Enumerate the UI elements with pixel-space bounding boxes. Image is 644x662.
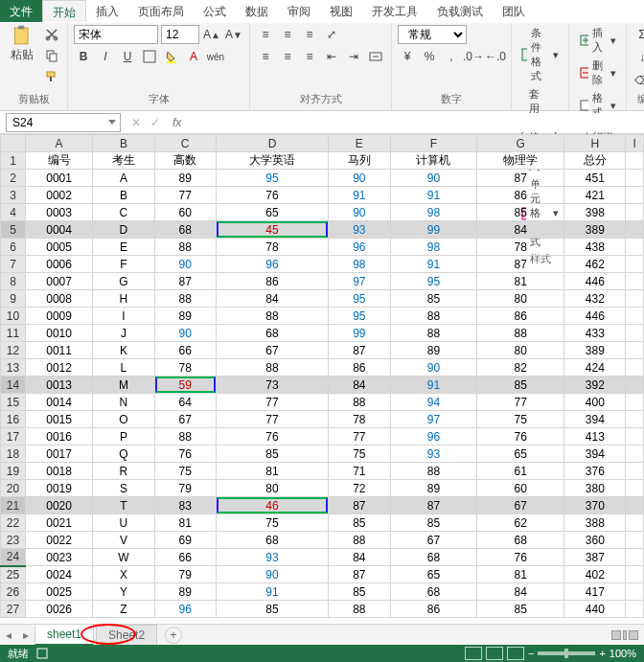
font-color-icon[interactable]: A xyxy=(184,47,203,66)
row-header[interactable]: 8 xyxy=(1,273,26,290)
underline-icon[interactable]: U xyxy=(118,47,137,66)
cell[interactable]: 0007 xyxy=(26,273,93,290)
row-header[interactable]: 19 xyxy=(1,463,26,480)
phonetic-icon[interactable]: wén xyxy=(206,47,225,66)
fill-color-icon[interactable] xyxy=(162,47,181,66)
cell[interactable]: 76 xyxy=(477,549,564,566)
cell[interactable]: 0008 xyxy=(26,290,93,308)
cell[interactable]: 85 xyxy=(329,583,390,601)
cell[interactable]: T xyxy=(93,497,154,514)
tab-layout[interactable]: 页面布局 xyxy=(128,0,194,22)
cell[interactable]: 69 xyxy=(154,532,216,549)
cell[interactable]: 76 xyxy=(477,428,564,445)
cell[interactable]: 88 xyxy=(390,325,477,342)
cell[interactable]: 0018 xyxy=(26,463,93,480)
cell[interactable]: 87 xyxy=(390,497,477,514)
add-sheet-button[interactable]: + xyxy=(165,627,182,644)
cell[interactable]: 88 xyxy=(216,359,328,377)
increase-font-icon[interactable]: A▲ xyxy=(202,25,221,44)
view-break-icon[interactable] xyxy=(507,647,524,660)
cell[interactable]: 90 xyxy=(154,325,216,342)
cell[interactable]: 88 xyxy=(329,394,390,411)
cell[interactable]: 84 xyxy=(477,221,564,239)
delete-cells-button[interactable]: 删除▾ xyxy=(575,57,620,88)
row-header[interactable]: 10 xyxy=(1,308,26,325)
cell[interactable]: 392 xyxy=(564,377,626,394)
cell[interactable]: D xyxy=(93,221,154,239)
currency-icon[interactable]: ¥ xyxy=(398,47,417,66)
cell[interactable] xyxy=(626,566,644,583)
cell[interactable]: 65 xyxy=(216,204,328,221)
cell[interactable]: X xyxy=(93,566,154,583)
cell[interactable]: C xyxy=(93,204,154,221)
cell[interactable]: 76 xyxy=(154,445,216,463)
cell[interactable]: N xyxy=(93,394,154,411)
cell[interactable]: 0011 xyxy=(26,342,93,359)
cell[interactable]: 79 xyxy=(154,566,216,583)
indent-dec-icon[interactable]: ⇤ xyxy=(322,47,341,66)
cell[interactable]: 82 xyxy=(477,359,564,377)
cell[interactable]: 66 xyxy=(154,549,216,566)
cell[interactable]: 87 xyxy=(329,342,390,359)
cell[interactable]: 0003 xyxy=(26,204,93,221)
cell[interactable]: 0020 xyxy=(26,497,93,514)
cell[interactable]: 78 xyxy=(154,359,216,377)
cell[interactable] xyxy=(626,394,644,411)
cell[interactable]: 387 xyxy=(564,549,626,566)
cell[interactable]: 90 xyxy=(390,359,477,377)
cell[interactable] xyxy=(626,601,644,618)
row-header[interactable]: 22 xyxy=(1,514,26,532)
cell[interactable]: 75 xyxy=(477,411,564,428)
cell[interactable]: 高数 xyxy=(154,152,216,170)
tab-file[interactable]: 文件 xyxy=(0,0,42,22)
cell[interactable] xyxy=(626,290,644,308)
row-header[interactable]: 16 xyxy=(1,411,26,428)
row-header[interactable]: 4 xyxy=(1,204,26,221)
row-header[interactable]: 23 xyxy=(1,532,26,549)
clear-icon[interactable]: ⌫ xyxy=(632,71,644,90)
cell[interactable]: 87 xyxy=(154,273,216,290)
cell[interactable]: 424 xyxy=(564,359,626,377)
cell[interactable]: 446 xyxy=(564,308,626,325)
cell[interactable]: 0026 xyxy=(26,601,93,618)
cell[interactable]: 85 xyxy=(216,445,328,463)
cell[interactable]: 67 xyxy=(390,532,477,549)
cell[interactable] xyxy=(626,463,644,480)
cell[interactable]: 65 xyxy=(390,566,477,583)
select-all-corner[interactable] xyxy=(1,135,26,152)
cell[interactable] xyxy=(626,273,644,290)
paste-button[interactable]: 粘贴 xyxy=(6,25,38,63)
row-header[interactable]: 13 xyxy=(1,359,26,377)
cell[interactable] xyxy=(626,480,644,497)
cell[interactable]: 61 xyxy=(477,463,564,480)
cell[interactable]: 84 xyxy=(329,549,390,566)
cell[interactable]: 389 xyxy=(564,221,626,239)
cell[interactable]: 432 xyxy=(564,290,626,308)
cell[interactable] xyxy=(626,170,644,187)
cell[interactable] xyxy=(626,187,644,204)
cell[interactable]: B xyxy=(93,187,154,204)
cut-icon[interactable] xyxy=(42,25,61,44)
cell[interactable]: 84 xyxy=(216,290,328,308)
cell[interactable]: 88 xyxy=(477,325,564,342)
cell[interactable]: 88 xyxy=(390,308,477,325)
cell[interactable]: 60 xyxy=(477,480,564,497)
cell[interactable]: 83 xyxy=(154,497,216,514)
cell[interactable]: 0013 xyxy=(26,377,93,394)
tab-review[interactable]: 审阅 xyxy=(278,0,320,22)
cell[interactable]: 86 xyxy=(477,308,564,325)
cell[interactable]: 0012 xyxy=(26,359,93,377)
cell[interactable] xyxy=(626,256,644,273)
cell[interactable] xyxy=(626,497,644,514)
cell[interactable]: V xyxy=(93,532,154,549)
tab-insert[interactable]: 插入 xyxy=(86,0,128,22)
cell[interactable]: 0017 xyxy=(26,445,93,463)
cell[interactable]: 86 xyxy=(390,601,477,618)
row-header[interactable]: 1 xyxy=(1,152,26,170)
format-painter-icon[interactable] xyxy=(42,67,61,86)
cell[interactable]: S xyxy=(93,480,154,497)
tab-data[interactable]: 数据 xyxy=(236,0,278,22)
cell[interactable]: 77 xyxy=(477,394,564,411)
cell[interactable] xyxy=(626,549,644,566)
cell[interactable]: 85 xyxy=(390,290,477,308)
